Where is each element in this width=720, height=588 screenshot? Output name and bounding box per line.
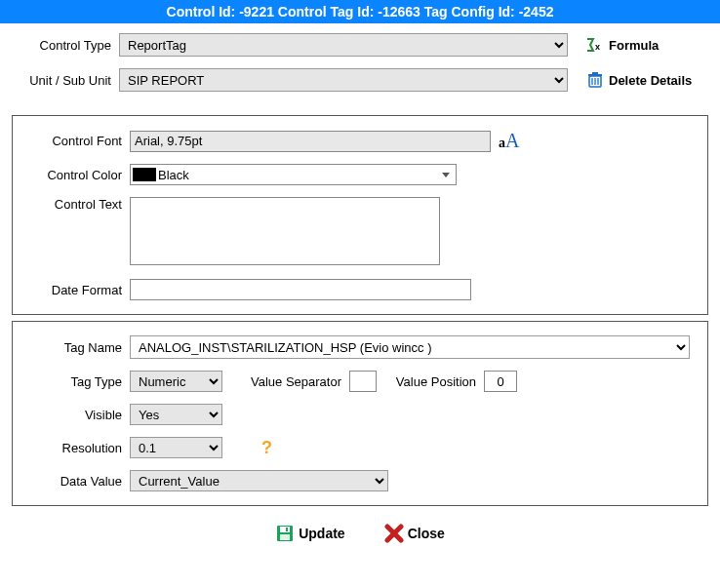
svg-rect-10 [280,534,290,540]
control-font-input[interactable] [130,131,491,152]
unit-select[interactable]: SIP REPORT [119,68,568,92]
svg-rect-9 [286,528,288,531]
delete-details-button[interactable]: Delete Details [585,71,692,89]
value-separator-input[interactable] [349,371,377,392]
unit-label: Unit / Sub Unit [12,73,119,88]
tag-name-select[interactable]: ANALOG_INST\STARILIZATION_HSP (Evio winc… [130,335,690,359]
save-icon [275,524,295,543]
control-text-label: Control Text [22,197,130,212]
control-text-input[interactable] [130,197,440,265]
top-section: Control Type ReportTag x Formula Unit / … [0,23,720,109]
control-font-label: Control Font [22,134,130,148]
close-icon [384,524,404,543]
update-button[interactable]: Update [275,524,344,543]
resolution-select[interactable]: 0.1 [130,437,222,458]
header-bar: Control Id: -9221 Control Tag Id: -12663… [0,0,720,23]
svg-rect-5 [588,74,602,76]
delete-details-label: Delete Details [609,73,692,88]
control-type-select[interactable]: ReportTag [119,33,568,57]
delete-icon [585,71,605,89]
update-label: Update [299,526,344,541]
data-value-label: Data Value [22,474,130,489]
control-color-label: Control Color [22,168,130,182]
tag-name-label: Tag Name [22,340,130,355]
visible-select[interactable]: Yes [130,404,222,425]
panel-tag: Tag Name ANALOG_INST\STARILIZATION_HSP (… [12,321,708,506]
svg-text:x: x [595,42,600,52]
date-format-label: Date Format [22,283,130,297]
value-position-label: Value Position [377,374,484,389]
svg-rect-6 [592,72,598,74]
help-icon[interactable]: ? [261,438,272,458]
control-color-select[interactable]: Black [130,164,457,185]
value-separator-label: Value Separator [222,374,349,389]
resolution-label: Resolution [22,441,130,455]
data-value-select[interactable]: Current_Value [130,470,388,491]
svg-rect-8 [280,527,290,532]
formula-icon: x [585,36,605,54]
color-swatch [133,168,156,181]
panel-control: Control Font aA Control Color Black Cont… [12,115,708,315]
control-type-label: Control Type [12,38,119,53]
font-icon[interactable]: aA [499,130,519,152]
date-format-input[interactable] [130,279,471,300]
value-position-input[interactable] [484,371,517,392]
visible-label: Visible [22,408,130,422]
tag-type-select[interactable]: Numeric [130,371,222,392]
control-color-value: Black [158,168,189,182]
formula-button[interactable]: x Formula [585,36,659,54]
button-row: Update Close [0,512,720,561]
tag-type-label: Tag Type [22,374,130,389]
close-label: Close [408,526,445,541]
close-button[interactable]: Close [384,524,445,543]
header-title: Control Id: -9221 Control Tag Id: -12663… [167,4,554,20]
formula-label: Formula [609,38,659,53]
